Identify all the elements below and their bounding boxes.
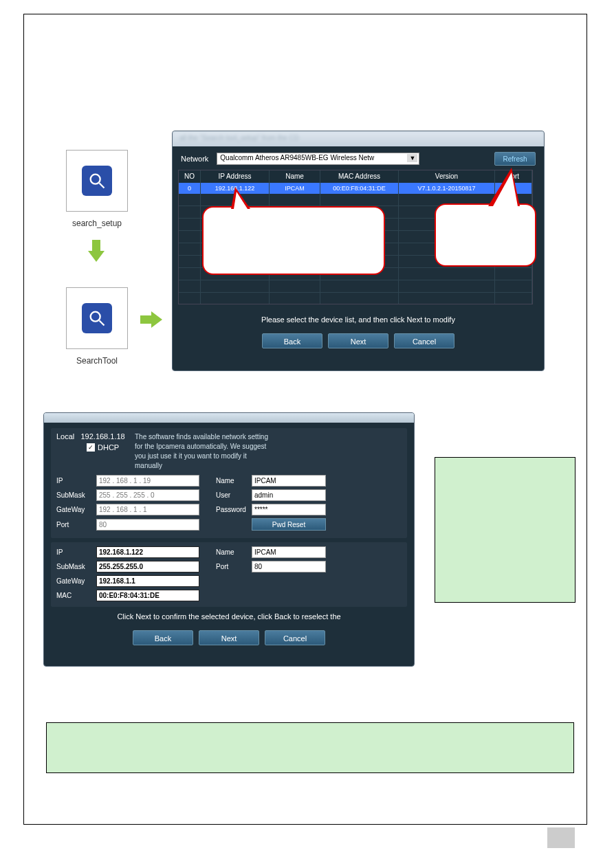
network-label: Network (181, 155, 208, 163)
user-input[interactable]: admin (252, 489, 326, 501)
callout-bubble-ip (202, 206, 385, 275)
section-local-settings: Local 192.168.1.18 ✓ DHCP The software f… (51, 428, 407, 538)
search-setup-caption: search_setup (63, 219, 131, 228)
user-label: User (216, 491, 252, 499)
name-label-2: Name (216, 548, 252, 556)
refresh-button[interactable]: Refresh (494, 152, 536, 166)
password-label: Password (216, 506, 252, 513)
callout-bubble-refresh (435, 203, 536, 267)
ip-label: IP (56, 477, 96, 485)
cell-no: 0 (179, 183, 201, 194)
mac-input[interactable]: 00:E0:F8:04:31:DE (96, 590, 199, 601)
back-button-2[interactable]: Back (133, 630, 193, 645)
svg-marker-7 (151, 311, 162, 328)
password-input[interactable]: ***** (252, 504, 326, 515)
submask-input[interactable]: 255 . 255 . 255 . 0 (96, 489, 199, 501)
note-box-bottom (46, 722, 574, 773)
svg-line-1 (100, 183, 105, 188)
cancel-button-2[interactable]: Cancel (265, 630, 325, 645)
local-label: Local (56, 432, 74, 441)
cell-name: IPCAM (270, 183, 320, 194)
svg-line-5 (100, 321, 105, 326)
ip-label-2: IP (56, 548, 96, 556)
svg-rect-2 (92, 240, 100, 251)
name-label: Name (216, 477, 252, 485)
gateway-label-2: GateWay (56, 577, 96, 585)
svg-point-0 (91, 175, 100, 184)
port-label: Port (56, 521, 96, 528)
col-no: NO (179, 170, 201, 183)
arrow-right-icon (138, 306, 165, 336)
next-button-2[interactable]: Next (199, 630, 259, 645)
magnifier-icon (82, 166, 112, 196)
searchtool-caption: SearchTool (63, 356, 131, 366)
section-device-settings: IP 192.168.1.122 Name IPCAM SubMask 255.… (51, 542, 407, 607)
name-input[interactable]: IPCAM (252, 475, 326, 487)
instruction-text-2: Click Next to confirm the selected devic… (51, 612, 407, 621)
dhcp-checkbox[interactable]: ✓ DHCP (87, 443, 129, 452)
instruction-text: Please select the device list, and then … (178, 315, 538, 324)
col-version: Version (399, 170, 495, 183)
next-button[interactable]: Next (328, 333, 388, 348)
cell-version: V7.1.0.2.1-20150817 (399, 183, 495, 194)
search-setup-icon-box[interactable] (66, 150, 128, 212)
port-label-2: Port (216, 563, 252, 570)
port-input-2[interactable]: 80 (252, 561, 326, 572)
col-name: Name (270, 170, 320, 183)
page-number-box (547, 827, 575, 848)
mac-label: MAC (56, 592, 96, 599)
info-text: The software finds available network set… (135, 432, 272, 471)
submask-label: SubMask (56, 491, 96, 499)
table-header: NO IP Address Name MAC Address Version p… (179, 170, 532, 183)
pwd-reset-button[interactable]: Pwd Reset (252, 518, 326, 531)
back-button[interactable]: Back (262, 333, 322, 348)
local-ip: 192.168.1.18 (80, 432, 124, 441)
network-adapter-select[interactable]: Qualcomm Atheros AR9485WB-EG Wireless Ne… (217, 153, 419, 165)
checkbox-check-icon: ✓ (87, 443, 95, 452)
ip-input[interactable]: 192 . 168 . 1 . 19 (96, 475, 199, 487)
cancel-button[interactable]: Cancel (394, 333, 454, 348)
port-input[interactable]: 80 (96, 519, 199, 531)
gateway-label: GateWay (56, 506, 96, 513)
col-ip: IP Address (201, 170, 270, 183)
magnifier-icon (82, 303, 112, 333)
note-box-right (435, 457, 575, 603)
dhcp-label: DHCP (98, 443, 119, 452)
gateway-input[interactable]: 192 . 168 . 1 . 1 (96, 504, 199, 515)
svg-marker-3 (88, 251, 105, 262)
ip-input-2[interactable]: 192.168.1.122 (96, 546, 199, 558)
searchtool-icon-box[interactable] (66, 287, 128, 349)
window-title-blurred: all the "Search tool_setup" from the CD (173, 131, 544, 146)
submask-input-2[interactable]: 255.255.255.0 (96, 561, 199, 572)
submask-label-2: SubMask (56, 563, 96, 570)
svg-point-4 (91, 312, 100, 322)
config-window: Local 192.168.1.18 ✓ DHCP The software f… (43, 412, 415, 667)
svg-rect-6 (140, 315, 151, 324)
cell-mac: 00:E0:F8:04:31:DE (320, 183, 399, 194)
col-mac: MAC Address (320, 170, 399, 183)
name-input-2[interactable]: IPCAM (252, 546, 326, 558)
window2-body: Local 192.168.1.18 ✓ DHCP The software f… (44, 423, 414, 667)
arrow-down-icon (83, 237, 110, 267)
gateway-input-2[interactable]: 192.168.1.1 (96, 575, 199, 587)
window2-titlebar (44, 413, 414, 423)
